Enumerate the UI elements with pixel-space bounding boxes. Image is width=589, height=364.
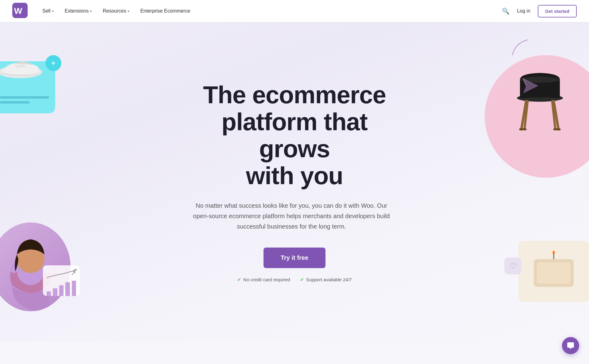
paper-plane-icon: [522, 77, 540, 98]
site-logo[interactable]: W: [12, 3, 28, 19]
nav-enterprise[interactable]: Enterprise Ecommerce: [140, 8, 190, 14]
card-lines-decoration: [0, 96, 49, 106]
chart-decoration: ↗: [43, 265, 80, 296]
svg-point-24: [552, 251, 555, 254]
hero-title: The ecommerce platform that grows with y…: [190, 82, 399, 189]
extensions-chevron-icon: ▾: [90, 9, 92, 13]
chat-button[interactable]: [562, 337, 579, 354]
no-credit-card-badge: ✔ No credit card required: [237, 277, 290, 282]
heart-badge-decoration: ♡: [504, 257, 522, 275]
search-icon[interactable]: 🔍: [502, 7, 510, 15]
nav-extensions[interactable]: Extensions ▾: [65, 8, 92, 14]
hero-content: The ecommerce platform that grows with y…: [184, 82, 405, 282]
login-button[interactable]: Log in: [517, 8, 530, 14]
checkmark-icon: ✔: [237, 277, 241, 282]
sell-chevron-icon: ▾: [52, 9, 54, 13]
navbar: W Sell ▾ Extensions ▾ Resources ▾ Enterp…: [0, 0, 589, 22]
svg-rect-22: [537, 262, 571, 284]
svg-text:W: W: [14, 6, 22, 16]
trend-line-icon: ↗: [47, 269, 76, 278]
checkmark-icon-2: ✔: [300, 277, 304, 282]
nav-resources[interactable]: Resources ▾: [103, 8, 129, 14]
try-it-free-button[interactable]: Try it free: [264, 248, 325, 268]
resources-chevron-icon: ▾: [128, 9, 129, 13]
hero-badges: ✔ No credit card required ✔ Support avai…: [190, 277, 399, 282]
hero-subtitle: No matter what success looks like for yo…: [190, 200, 393, 232]
shoe-illustration: [0, 55, 44, 83]
nav-links: Sell ▾ Extensions ▾ Resources ▾ Enterpri…: [42, 8, 502, 14]
chair-illustration: [509, 61, 571, 135]
hero-section: +: [0, 0, 589, 342]
bar-chart-icon: [47, 281, 76, 296]
product-card-right-decoration: [518, 241, 589, 302]
add-product-icon: +: [45, 55, 61, 71]
curve-decoration: [509, 37, 534, 63]
svg-point-18: [522, 128, 527, 131]
get-started-button[interactable]: Get started: [538, 5, 577, 17]
svg-point-19: [553, 128, 557, 131]
svg-text:↗: ↗: [73, 269, 76, 272]
nav-right: 🔍 Log in Get started: [502, 5, 577, 17]
support-badge: ✔ Support available 24/7: [300, 277, 352, 282]
nav-sell[interactable]: Sell ▾: [42, 8, 54, 14]
svg-marker-8: [523, 78, 538, 93]
product-card-decoration: +: [0, 61, 55, 113]
